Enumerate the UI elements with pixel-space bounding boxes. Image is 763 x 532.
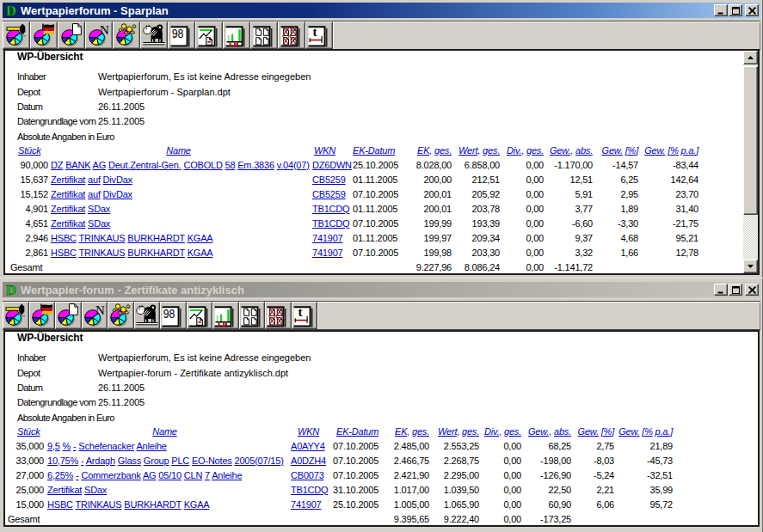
documents-button[interactable] <box>250 21 278 49</box>
cell-wkn[interactable]: CB0073 <box>291 468 324 483</box>
cell-name[interactable]: HSBC TRINKAUS BURKHARDT KGAA <box>47 498 209 512</box>
cell-wkn[interactable]: CB5259 <box>312 173 346 187</box>
field-value: 25.11.2005 <box>98 114 145 129</box>
depot-setup-button[interactable] <box>3 21 30 49</box>
depot-bubbles-button[interactable] <box>113 21 140 49</box>
cell-wkn-link[interactable]: CB0073 <box>291 470 324 480</box>
cell-wkn-link[interactable]: CB5259 <box>312 174 346 185</box>
cell-wkn-link[interactable]: A0AYY4 <box>291 441 325 451</box>
cell-name[interactable]: 6,25% - Commerzbank AG 05/10 CLN 7 Anlei… <box>47 468 242 483</box>
cell-wkn-link[interactable]: A0DZH4 <box>291 456 326 466</box>
cell-gew-pa: 35,99 <box>595 483 673 498</box>
depot-report-button[interactable] <box>55 302 82 329</box>
cell-wkn-link[interactable]: CB5259 <box>312 189 346 199</box>
cell-name-link[interactable]: Zertifikat SDax <box>51 204 110 214</box>
time-axis-button[interactable] <box>292 302 318 329</box>
cell-wkn[interactable]: 741907 <box>312 246 343 260</box>
vertical-scrollbar[interactable] <box>743 51 758 273</box>
column-header-gpa[interactable]: Gew. [% p.a.] <box>621 144 698 158</box>
depot-news-button[interactable] <box>82 302 108 329</box>
chart-report-button[interactable] <box>195 21 223 49</box>
documents-button[interactable] <box>239 302 266 329</box>
scroll-down-button[interactable] <box>743 260 758 273</box>
minimize-button[interactable] <box>714 4 728 16</box>
column-header-name[interactable]: Name <box>108 144 249 158</box>
depot-germany-button[interactable] <box>30 21 58 49</box>
cell-name[interactable]: Zertifikat SDax <box>51 202 110 217</box>
cell-wkn-link[interactable]: TB1CDQ <box>312 218 349 229</box>
cell-stueck: 90,000 <box>5 158 48 173</box>
cell-name-link[interactable]: Zertifikat auf DivDax <box>51 174 132 185</box>
cell-name[interactable]: 10,75% - Ardagh Glass Group PLC EO-Notes… <box>47 454 284 468</box>
desktop: { "colors": { "active_title_left": "#0a2… <box>0 0 763 532</box>
cell-name[interactable]: 9,5 % - Schefenacker Anleihe <box>47 439 167 454</box>
chart-98-button[interactable] <box>160 302 187 329</box>
cell-name[interactable]: Zertifikat SDax <box>51 217 110 231</box>
maximize-button[interactable] <box>729 284 742 296</box>
cell-wkn[interactable]: 741907 <box>312 231 343 246</box>
time-axis-button[interactable] <box>305 21 333 49</box>
cell-name-link[interactable]: Zertifikat SDax <box>47 485 107 495</box>
cell-name[interactable]: Zertifikat auf DivDax <box>51 187 132 202</box>
cell-name[interactable]: HSBC TRINKAUS BURKHARDT KGAA <box>51 231 212 246</box>
cell-name-link[interactable]: 6,25% - Commerzbank AG 05/10 CLN 7 Anlei… <box>47 470 242 480</box>
cell-wkn[interactable]: TB1CDQ <box>312 202 349 217</box>
cell-wkn-link[interactable]: 741907 <box>291 499 322 510</box>
cell-wkn-link[interactable]: DZ6DWN <box>312 160 352 170</box>
close-button[interactable] <box>745 4 759 16</box>
depot-germany-button[interactable] <box>29 302 56 329</box>
scrollbar-thumb[interactable] <box>743 66 758 215</box>
cell-wkn-link[interactable]: TB1CDQ <box>312 204 349 214</box>
bear-market-button[interactable] <box>140 21 168 49</box>
column-header-stueck[interactable]: Stück <box>18 144 41 158</box>
cell-name-link[interactable]: HSBC TRINKAUS BURKHARDT KGAA <box>47 499 209 510</box>
cell-name[interactable]: Zertifikat auf DivDax <box>51 173 132 187</box>
titlebar[interactable]: Wertpapier-forum - Zertifikate antizykli… <box>3 282 760 297</box>
depot-news-button[interactable] <box>85 21 113 49</box>
chart-report-button[interactable] <box>187 302 213 329</box>
depot-report-button[interactable] <box>58 21 85 49</box>
column-header-wkn[interactable]: WKN <box>298 425 319 439</box>
cell-wkn[interactable]: A0DZH4 <box>291 454 326 468</box>
scroll-up-button[interactable] <box>743 51 758 64</box>
cell-wkn-link[interactable]: 741907 <box>312 248 343 258</box>
chart-98-button[interactable] <box>168 21 195 49</box>
depot-bubbles-button[interactable] <box>108 302 134 329</box>
cell-name[interactable]: Zertifikat SDax <box>47 483 107 498</box>
depot-setup-button[interactable] <box>3 302 29 329</box>
cell-wkn[interactable]: TB1CDQ <box>312 217 349 231</box>
cell-name-link[interactable]: Zertifikat SDax <box>51 218 110 229</box>
cell-wkn[interactable]: CB5259 <box>312 187 346 202</box>
cell-name-link[interactable]: 9,5 % - Schefenacker Anleihe <box>47 441 167 451</box>
cell-wkn[interactable]: 741907 <box>291 498 322 512</box>
column-header-wkn[interactable]: WKN <box>314 144 335 158</box>
column-header-stueck[interactable]: Stück <box>17 425 40 439</box>
cell-name-link[interactable]: HSBC TRINKAUS BURKHARDT KGAA <box>51 248 212 258</box>
cell-name-link[interactable]: HSBC TRINKAUS BURKHARDT KGAA <box>51 233 212 243</box>
cell-name-link[interactable]: DZ BANK AG Deut.Zentral-Gen. COBOLD 58 E… <box>51 160 310 170</box>
cell-name-link[interactable]: Zertifikat auf DivDax <box>51 189 132 199</box>
maximize-button[interactable] <box>729 4 742 16</box>
cell-wkn[interactable]: DZ6DWN <box>312 158 352 173</box>
cell-wkn[interactable]: TB1CDQ <box>291 483 328 498</box>
documents-delete-button[interactable] <box>278 21 305 49</box>
cell-name[interactable]: HSBC TRINKAUS BURKHARDT KGAA <box>51 246 212 260</box>
column-header-gpa[interactable]: Gew. [% p.a.] <box>595 425 673 439</box>
close-button[interactable] <box>745 284 759 296</box>
titlebar[interactable]: Wertpapierforum - Sparplan <box>3 3 760 18</box>
column-header-name[interactable]: Name <box>95 425 235 439</box>
cell-wkn-link[interactable]: TB1CDQ <box>291 485 328 495</box>
documents-icon <box>241 303 263 327</box>
cell-name[interactable]: DZ BANK AG Deut.Zentral-Gen. COBOLD 58 E… <box>51 158 310 173</box>
documents-delete-button[interactable] <box>265 302 292 329</box>
window-controls <box>713 284 759 296</box>
bar-chart-button[interactable] <box>223 21 250 49</box>
page-98-icon <box>170 23 193 47</box>
bear-market-button[interactable] <box>134 302 161 329</box>
cell-name-link[interactable]: 10,75% - Ardagh Glass Group PLC EO-Notes… <box>47 456 284 466</box>
bar-chart-button[interactable] <box>212 302 239 329</box>
minimize-button[interactable] <box>714 284 728 296</box>
cell-wkn-link[interactable]: 741907 <box>312 233 343 243</box>
cell-wkn[interactable]: A0AYY4 <box>291 439 325 454</box>
bar-chart-icon <box>225 23 248 47</box>
